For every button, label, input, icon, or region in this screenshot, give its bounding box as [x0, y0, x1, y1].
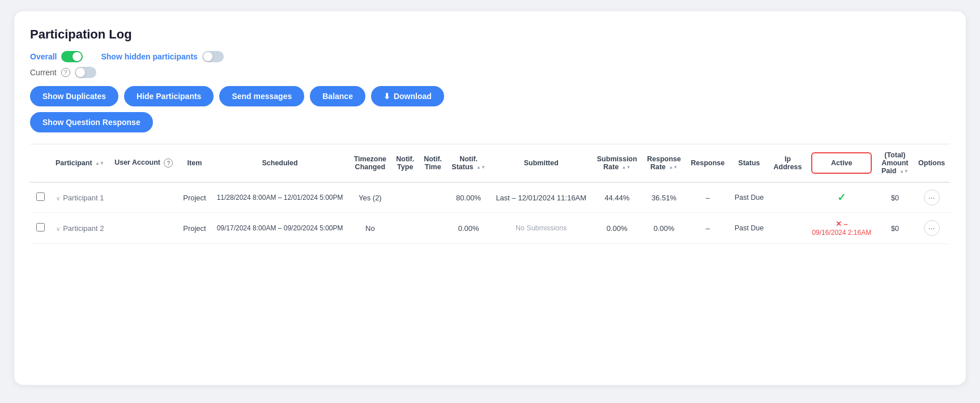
submission-rate-sort[interactable]: ▲▼	[622, 165, 631, 170]
balance-button[interactable]: Balance	[310, 86, 365, 106]
show-duplicates-button[interactable]: Show Duplicates	[30, 86, 118, 106]
row-checkbox-cell	[30, 213, 50, 244]
row-submitted-1: No Submissions	[491, 213, 592, 244]
th-item: Item	[178, 144, 211, 183]
overall-toggle[interactable]	[61, 51, 83, 62]
row-timezone-1: No	[349, 213, 391, 244]
th-submission-rate: SubmissionRate ▲▼	[592, 144, 642, 183]
active-cross-1: ✕ –	[836, 220, 848, 228]
row-scheduled-0: 11/28/2024 8:00AM – 12/01/2024 5:00PM	[211, 182, 349, 213]
row-item-1: Project	[178, 213, 211, 244]
th-timezone-changed: TimezoneChanged	[349, 144, 391, 183]
table-header-row: Participant ▲▼ User Account ? Item Sched…	[30, 144, 950, 183]
th-status: Status	[730, 144, 769, 183]
row-options-0: ···	[913, 182, 950, 213]
th-scheduled: Scheduled	[211, 144, 349, 183]
row-active-1: ✕ – 09/16/2024 2:16AM	[807, 213, 876, 244]
row-user-account-0	[109, 182, 178, 213]
row-notif-type-1	[391, 213, 419, 244]
download-button[interactable]: ⬇ Download	[371, 86, 444, 106]
current-toggle-row: Current ?	[30, 67, 950, 78]
current-toggle[interactable]	[75, 67, 96, 78]
main-card: Participation Log Overall Show hidden pa…	[14, 11, 966, 385]
row-submission-rate-0: 44.44%	[592, 182, 642, 213]
row-notif-time-1	[419, 213, 447, 244]
th-notif-status: Notif.Status ▲▼	[447, 144, 491, 183]
row-participant-0: ∨ Participant 1	[50, 182, 109, 213]
row-ip-address-1	[769, 213, 807, 244]
row-submitted-0: Last – 12/01/2024 11:16AM	[491, 182, 592, 213]
expand-chevron-1[interactable]: ∨	[56, 226, 60, 232]
amount-sort[interactable]: ▲▼	[900, 169, 909, 174]
row-options-1: ···	[913, 213, 950, 244]
show-hidden-toggle[interactable]	[202, 51, 224, 62]
row-submission-rate-1: 0.00%	[592, 213, 642, 244]
row-response-1: –	[686, 213, 730, 244]
active-check-0: ✓	[837, 192, 846, 203]
hide-participants-button[interactable]: Hide Participants	[124, 86, 214, 106]
expand-chevron-0[interactable]: ∨	[56, 195, 60, 202]
th-response-rate: ResponseRate ▲▼	[642, 144, 686, 183]
overall-toggle-group: Overall	[30, 51, 83, 62]
toggles-row: Overall Show hidden participants	[30, 51, 950, 62]
th-participant: Participant ▲▼	[50, 144, 109, 183]
row-response-0: –	[686, 182, 730, 213]
row-ip-address-0	[769, 182, 807, 213]
row-notif-status-1: 0.00%	[447, 213, 491, 244]
send-messages-button[interactable]: Send messages	[219, 86, 304, 106]
options-button-0[interactable]: ···	[924, 190, 940, 205]
table-row: ∨ Participant 2 Project09/17/2024 8:00AM…	[30, 213, 950, 244]
current-label: Current	[30, 68, 57, 77]
response-rate-sort[interactable]: ▲▼	[669, 165, 678, 170]
row-response-rate-1: 0.00%	[642, 213, 686, 244]
th-active: Active	[807, 144, 876, 183]
row-scheduled-1: 09/17/2024 8:00AM – 09/20/2024 5:00PM	[211, 213, 349, 244]
row-notif-time-0	[419, 182, 447, 213]
th-notif-time: Notif.Time	[419, 144, 447, 183]
row-amount-1: $0	[876, 213, 913, 244]
active-date-1: 09/16/2024 2:16AM	[812, 229, 871, 237]
action-buttons-row: Show Duplicates Hide Participants Send m…	[30, 86, 950, 106]
second-buttons-row: Show Question Response	[30, 112, 950, 132]
table-row: ∨ Participant 1 Project11/28/2024 8:00AM…	[30, 182, 950, 213]
row-checkbox-1[interactable]	[36, 223, 45, 231]
participant-name-1: Participant 2	[63, 224, 104, 233]
th-options: Options	[913, 144, 950, 183]
th-response: Response	[686, 144, 730, 183]
row-active-0: ✓	[807, 182, 876, 213]
row-checkbox-0[interactable]	[36, 192, 45, 201]
row-notif-type-0	[391, 182, 419, 213]
row-status-0: Past Due	[730, 182, 769, 213]
row-participant-1: ∨ Participant 2	[50, 213, 109, 244]
row-timezone-0: Yes (2)	[349, 182, 391, 213]
row-item-0: Project	[178, 182, 211, 213]
th-ip-address: IpAddress	[769, 144, 807, 183]
participant-sort[interactable]: ▲▼	[95, 161, 104, 166]
participant-name-0: Participant 1	[63, 194, 104, 202]
th-notif-type: Notif.Type	[391, 144, 419, 183]
user-account-help-icon[interactable]: ?	[164, 158, 173, 168]
options-button-1[interactable]: ···	[924, 220, 940, 236]
th-checkbox	[30, 144, 50, 183]
download-icon: ⬇	[384, 92, 390, 101]
row-response-rate-0: 36.51%	[642, 182, 686, 213]
show-hidden-toggle-group: Show hidden participants	[101, 51, 223, 62]
show-question-response-button[interactable]: Show Question Response	[30, 112, 153, 132]
th-user-account: User Account ?	[109, 144, 178, 183]
row-status-1: Past Due	[730, 213, 769, 244]
notif-status-sort[interactable]: ▲▼	[476, 165, 485, 170]
row-amount-0: $0	[876, 182, 913, 213]
participation-table: Participant ▲▼ User Account ? Item Sched…	[30, 144, 950, 244]
active-header-highlight: Active	[811, 152, 872, 174]
overall-label: Overall	[30, 52, 57, 61]
current-help-icon[interactable]: ?	[61, 68, 70, 77]
current-toggle-group: Current ?	[30, 67, 96, 78]
row-user-account-1	[109, 213, 178, 244]
show-hidden-label: Show hidden participants	[101, 52, 197, 61]
th-total-amount-paid: (Total)AmountPaid ▲▼	[876, 144, 913, 183]
row-checkbox-cell	[30, 182, 50, 213]
page-title: Participation Log	[30, 27, 950, 42]
th-submitted: Submitted	[491, 144, 592, 183]
row-notif-status-0: 80.00%	[447, 182, 491, 213]
